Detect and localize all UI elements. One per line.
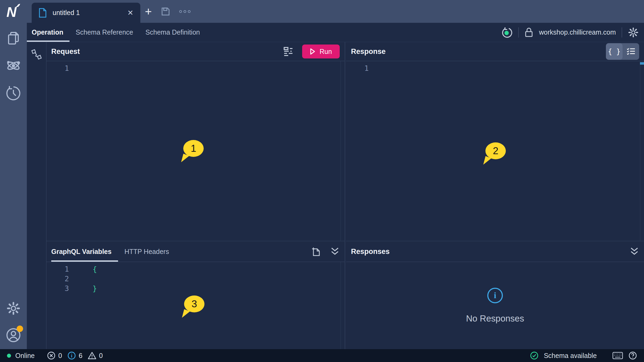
variables-panel: GraphQL Variables HTTP Headers 1 { bbox=[46, 241, 345, 349]
tab-graphql-variables[interactable]: GraphQL Variables bbox=[51, 241, 118, 262]
annotation-bubble-2: 2 bbox=[485, 142, 506, 159]
settings-gear-icon[interactable] bbox=[0, 301, 27, 315]
error-counter[interactable]: 0 bbox=[47, 351, 62, 360]
braces-icon: { } bbox=[608, 47, 621, 56]
new-tab-button[interactable]: + bbox=[145, 6, 152, 17]
line-number: 1 bbox=[46, 64, 76, 72]
annotation-bubble-3: 3 bbox=[184, 295, 204, 312]
line-number: 3 bbox=[46, 284, 76, 293]
settings-gear-icon[interactable] bbox=[628, 27, 639, 38]
error-icon bbox=[47, 351, 56, 360]
schema-status-label: Schema available bbox=[544, 352, 597, 360]
annotation-bubble-1: 1 bbox=[183, 140, 204, 157]
play-icon bbox=[310, 48, 315, 55]
scrollbar-gutter bbox=[640, 61, 640, 241]
check-circle-icon bbox=[530, 351, 539, 360]
line-number: 1 bbox=[46, 265, 76, 273]
account-icon[interactable] bbox=[0, 328, 27, 343]
nitro-logo[interactable]: N bbox=[0, 0, 27, 23]
response-view-toggle: { } bbox=[606, 43, 639, 60]
responses-title: Responses bbox=[351, 248, 390, 256]
refresh-status-icon[interactable] bbox=[502, 27, 513, 38]
schema-atom-icon[interactable] bbox=[0, 58, 27, 73]
checklist-icon bbox=[626, 47, 635, 56]
responses-empty-state: i No Responses bbox=[346, 262, 644, 349]
notification-badge bbox=[17, 326, 23, 332]
help-icon[interactable] bbox=[628, 351, 637, 360]
operation-toolstrip bbox=[27, 42, 46, 349]
scrollbar-gutter bbox=[341, 61, 341, 241]
documents-icon[interactable] bbox=[0, 31, 27, 46]
status-bar: Online 0 6 0 Sche bbox=[0, 349, 644, 362]
list-view-toggle[interactable] bbox=[623, 43, 639, 60]
collapse-chevrons-icon[interactable] bbox=[630, 247, 639, 256]
endpoint-url[interactable]: workshop.chillicream.com bbox=[539, 28, 616, 36]
collapse-chevrons-icon[interactable] bbox=[330, 247, 340, 256]
online-label: Online bbox=[15, 352, 35, 360]
document-icon bbox=[39, 8, 47, 18]
warning-count: 0 bbox=[99, 352, 103, 360]
online-dot bbox=[7, 354, 11, 358]
tab-operation[interactable]: Operation bbox=[27, 23, 69, 42]
empty-message: No Responses bbox=[466, 313, 524, 324]
responses-panel: Responses i No Responses bbox=[346, 241, 644, 349]
tab-http-headers[interactable]: HTTP Headers bbox=[118, 241, 175, 262]
operation-tree-icon[interactable] bbox=[31, 49, 42, 349]
info-icon: i bbox=[487, 288, 503, 303]
tab-bar: untitled 1 ✕ + bbox=[27, 0, 644, 23]
lock-icon bbox=[525, 27, 533, 38]
keyboard-icon[interactable] bbox=[612, 352, 623, 359]
tab-title: untitled 1 bbox=[53, 9, 80, 17]
new-document-icon[interactable] bbox=[311, 246, 321, 257]
separator bbox=[622, 27, 622, 38]
json-view-toggle[interactable]: { } bbox=[606, 43, 623, 60]
info-count: 6 bbox=[79, 352, 82, 360]
info-counter[interactable]: 6 bbox=[67, 351, 82, 360]
tab-schema-definition[interactable]: Schema Definition bbox=[139, 23, 206, 42]
document-tab[interactable]: untitled 1 ✕ bbox=[32, 3, 140, 23]
svg-text:N: N bbox=[6, 4, 17, 20]
warning-counter[interactable]: 0 bbox=[88, 352, 103, 360]
error-count: 0 bbox=[58, 352, 62, 360]
operation-nav: Operation Schema Reference Schema Defini… bbox=[27, 23, 644, 42]
line-number: 2 bbox=[46, 275, 76, 283]
sidebar: N bbox=[0, 0, 27, 349]
tab-schema-reference[interactable]: Schema Reference bbox=[69, 23, 139, 42]
response-panel: Response { } 1 bbox=[346, 42, 644, 241]
separator bbox=[518, 27, 519, 38]
run-label: Run bbox=[320, 48, 332, 56]
run-button[interactable]: Run bbox=[302, 45, 340, 58]
save-icon[interactable] bbox=[161, 7, 170, 16]
response-title: Response bbox=[351, 47, 386, 56]
code-text: { bbox=[76, 265, 97, 273]
prettify-icon[interactable] bbox=[283, 47, 295, 56]
close-tab-icon[interactable]: ✕ bbox=[127, 9, 133, 17]
history-icon[interactable] bbox=[0, 85, 27, 100]
code-text: } bbox=[76, 284, 97, 293]
scrollbar-marker bbox=[640, 62, 644, 65]
info-icon bbox=[67, 351, 76, 360]
more-options-icon[interactable] bbox=[179, 10, 191, 13]
scrollbar-gutter bbox=[341, 262, 341, 351]
request-title: Request bbox=[51, 47, 80, 56]
line-number: 1 bbox=[346, 64, 376, 72]
warning-icon bbox=[88, 352, 96, 360]
